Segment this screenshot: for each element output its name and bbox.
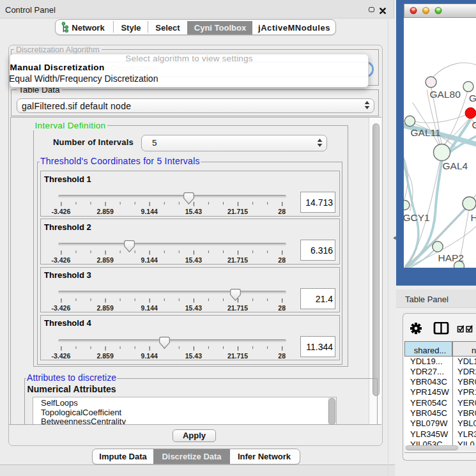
svg-text:C: C [472,119,476,130]
svg-text:GAL4: GAL4 [442,160,468,171]
svg-text:HAP2: HAP2 [438,252,464,263]
svg-text:GAL11: GAL11 [410,127,440,137]
svg-text:H: H [470,211,476,222]
svg-text:GAL80: GAL80 [429,88,461,99]
svg-text:GA: GA [469,92,476,103]
svg-text:GCY1: GCY1 [404,211,430,222]
